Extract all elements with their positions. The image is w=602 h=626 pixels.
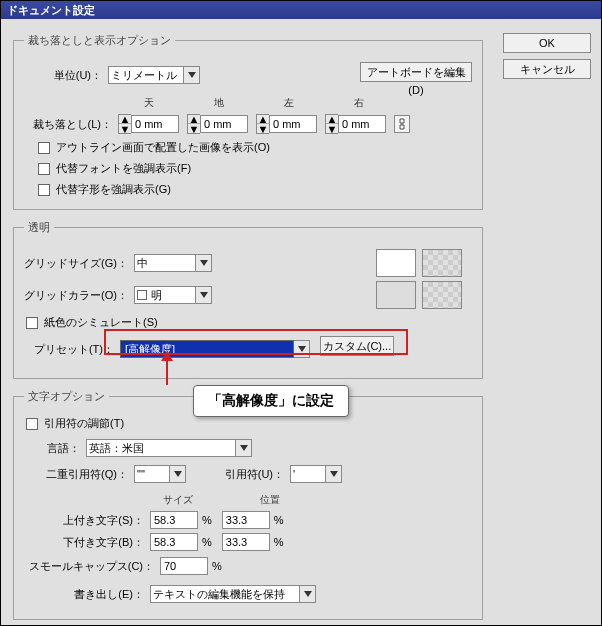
bleed-top-spinner[interactable]: ▲▼ (118, 114, 131, 134)
superscript-label: 上付き文字(S)： (24, 513, 144, 528)
dialog-title: ドキュメント設定 (1, 1, 601, 19)
bleed-left-input[interactable] (269, 115, 317, 133)
type-options-group: 文字オプション 引用符の調節(T) 言語： 英語：米国 二重引用符(Q)： "" (13, 389, 483, 620)
bleed-bottom-input[interactable] (200, 115, 248, 133)
export-arrow[interactable] (300, 585, 316, 603)
svg-marker-2 (200, 292, 208, 298)
export-label: 書き出し(E)： (24, 587, 144, 602)
double-quote-arrow[interactable] (170, 465, 186, 483)
grid-color-value: 明 (151, 287, 162, 303)
grid-size-arrow[interactable] (196, 254, 212, 272)
highlight-fonts-checkbox[interactable] (38, 163, 50, 175)
bleed-bottom-spinner[interactable]: ▲▼ (187, 114, 200, 134)
annotation-callout: 「高解像度」に設定 (193, 385, 349, 417)
superscript-pos-input[interactable] (222, 511, 270, 529)
adjust-quotes-checkbox[interactable] (26, 418, 38, 430)
transparency-swatch-checker2[interactable] (422, 281, 462, 309)
highlight-fonts-label: 代替フォントを強調表示(F) (56, 161, 191, 176)
unit-select-arrow[interactable] (184, 66, 200, 84)
bleed-right-spinner[interactable]: ▲▼ (325, 114, 338, 134)
single-quote-select[interactable]: ' (290, 465, 326, 483)
ok-button[interactable]: OK (503, 33, 591, 53)
col-right: 右 (324, 96, 394, 110)
smallcaps-label: スモールキャップス(C)： (24, 559, 154, 574)
subscript-pos-input[interactable] (222, 533, 270, 551)
language-arrow[interactable] (236, 439, 252, 457)
highlight-glyphs-checkbox[interactable] (38, 184, 50, 196)
grid-color-label: グリッドカラー(O)： (24, 288, 128, 303)
grid-color-swatch-icon (137, 290, 147, 300)
language-select[interactable]: 英語：米国 (86, 439, 236, 457)
bleed-label: 裁ち落とし(L)： (24, 117, 112, 132)
type-legend: 文字オプション (24, 389, 109, 404)
pct1: % (202, 514, 212, 526)
grid-size-select[interactable]: 中 (134, 254, 196, 272)
transparency-swatch-gray[interactable] (376, 281, 416, 309)
col-bottom: 地 (184, 96, 254, 110)
document-setup-dialog: ドキュメント設定 OK キャンセル 裁ち落としと表示オプション 単位(U)： ミ… (0, 0, 602, 626)
col-left: 左 (254, 96, 324, 110)
grid-size-label: グリッドサイズ(G)： (24, 256, 128, 271)
grid-color-arrow[interactable] (196, 286, 212, 304)
svg-marker-9 (161, 351, 173, 361)
preset-label: プリセット(T)： (24, 342, 114, 357)
transparency-legend: 透明 (24, 220, 54, 235)
edit-artboards-button[interactable]: アートボードを編集(D) (360, 62, 472, 82)
bleed-link-icon[interactable] (394, 115, 410, 133)
highlight-glyphs-label: 代替字形を強調表示(G) (56, 182, 171, 197)
cancel-button[interactable]: キャンセル (503, 59, 591, 79)
unit-select[interactable]: ミリメートル (108, 66, 184, 84)
bleed-top-input[interactable] (131, 115, 179, 133)
svg-marker-6 (330, 471, 338, 477)
double-quote-select[interactable]: "" (134, 465, 170, 483)
svg-marker-1 (200, 260, 208, 266)
grid-color-select[interactable]: 明 (134, 286, 196, 304)
svg-marker-4 (240, 445, 248, 451)
svg-marker-5 (174, 471, 182, 477)
annotation-arrow (157, 351, 197, 391)
simulate-paper-checkbox[interactable] (26, 317, 38, 329)
outline-images-checkbox[interactable] (38, 142, 50, 154)
preset-select[interactable]: [高解像度] (120, 340, 294, 358)
language-label: 言語： (24, 441, 80, 456)
bleed-right-input[interactable] (338, 115, 386, 133)
bleed-legend: 裁ち落としと表示オプション (24, 33, 175, 48)
unit-label: 単位(U)： (24, 68, 102, 83)
bleed-left-spinner[interactable]: ▲▼ (256, 114, 269, 134)
adjust-quotes-label: 引用符の調節(T) (44, 416, 124, 431)
transparency-swatch-white[interactable] (376, 249, 416, 277)
pct4: % (274, 536, 284, 548)
col-pos: 位置 (238, 493, 302, 507)
pct5: % (212, 560, 222, 572)
pct2: % (274, 514, 284, 526)
superscript-size-input[interactable] (150, 511, 198, 529)
simulate-paper-label: 紙色のシミュレート(S) (44, 315, 158, 330)
bleed-view-group: 裁ち落としと表示オプション 単位(U)： ミリメートル アートボードを編集(D)… (13, 33, 483, 210)
svg-marker-0 (188, 72, 196, 78)
svg-marker-7 (304, 591, 312, 597)
outline-images-label: アウトライン画面で配置した画像を表示(O) (56, 140, 270, 155)
transparency-group: 透明 グリッドサイズ(G)： 中 グリッドカラー(O)： (13, 220, 483, 379)
single-quote-arrow[interactable] (326, 465, 342, 483)
custom-preset-button[interactable]: カスタム(C)... (320, 336, 394, 356)
single-quote-label: 引用符(U)： (214, 467, 284, 482)
double-quote-label: 二重引用符(Q)： (24, 467, 128, 482)
col-size: サイズ (146, 493, 210, 507)
subscript-label: 下付き文字(B)： (24, 535, 144, 550)
col-top: 天 (114, 96, 184, 110)
preset-arrow[interactable] (294, 340, 310, 358)
smallcaps-input[interactable] (160, 557, 208, 575)
svg-marker-3 (298, 346, 306, 352)
subscript-size-input[interactable] (150, 533, 198, 551)
pct3: % (202, 536, 212, 548)
export-select[interactable]: テキストの編集機能を保持 (150, 585, 300, 603)
transparency-swatch-checker[interactable] (422, 249, 462, 277)
